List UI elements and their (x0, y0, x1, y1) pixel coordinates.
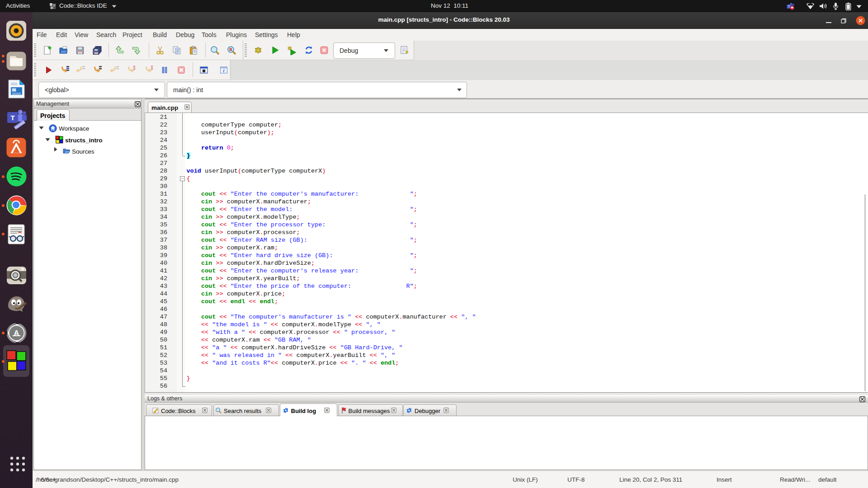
svg-text:T: T (788, 5, 790, 9)
svg-text:R: R (229, 47, 233, 52)
svg-text:T: T (10, 114, 14, 122)
svg-text:i: i (223, 68, 225, 73)
svg-text:A: A (14, 329, 19, 338)
